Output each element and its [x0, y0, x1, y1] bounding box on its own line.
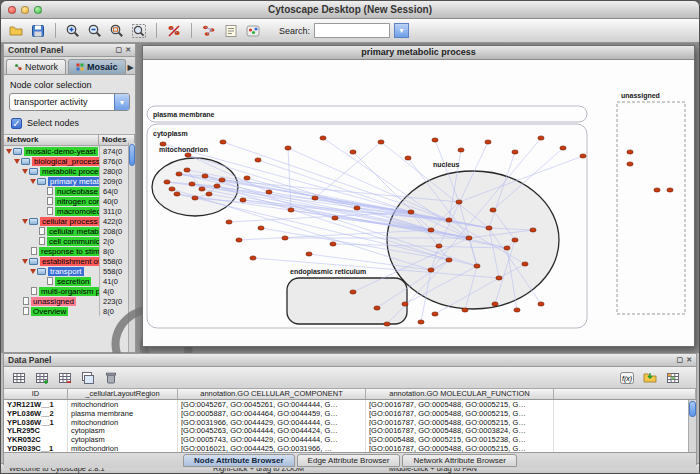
table-cell[interactable]: plasma membrane — [68, 409, 178, 418]
function-builder-button[interactable]: f(x) — [617, 368, 637, 388]
network-node[interactable] — [226, 220, 232, 224]
table-cell[interactable]: [GO:0016787, GO:0005488, GO:0005215, G… — [366, 418, 554, 427]
network-node[interactable] — [350, 290, 356, 294]
network-node[interactable] — [504, 246, 510, 250]
panel-float-icon[interactable]: ▢ — [116, 46, 123, 54]
network-node[interactable] — [530, 228, 536, 232]
tree-row[interactable]: primary metabo…209(0 — [4, 176, 135, 186]
zoom-out-button[interactable] — [85, 21, 105, 41]
table-row[interactable]: YLR295Ccytoplasm[GO:0045263, GO:0044444,… — [4, 426, 696, 435]
table-cell[interactable]: [GO:0031966, GO:0044429, GO:0044444, G… — [178, 418, 366, 427]
tree-row[interactable]: secretion41(0 — [4, 276, 135, 286]
tree-row[interactable]: metabolic process280(0 — [4, 166, 135, 176]
network-node[interactable] — [627, 150, 633, 154]
table-cell[interactable]: mitochondrion — [68, 400, 178, 409]
network-node[interactable] — [185, 153, 191, 157]
tree-row[interactable]: Overview8(0 — [4, 306, 135, 316]
node-color-dropdown[interactable]: transporter activity ▼ — [9, 93, 130, 111]
tree-row[interactable]: nucleobase…64(0 — [4, 186, 135, 196]
network-node[interactable] — [199, 187, 205, 191]
table-cell[interactable]: YLR295C — [4, 426, 68, 435]
network-node[interactable] — [428, 268, 434, 272]
annotation-button[interactable] — [221, 21, 241, 41]
network-node[interactable] — [538, 302, 544, 306]
network-node[interactable] — [306, 252, 312, 256]
network-node[interactable] — [432, 312, 438, 316]
network-node[interactable] — [458, 148, 464, 152]
network-frame-titlebar[interactable]: primary metabolic process — [143, 46, 694, 60]
network-node[interactable] — [486, 226, 492, 230]
network-node[interactable] — [496, 276, 502, 280]
table-cell[interactable]: mitochondrion — [68, 418, 178, 427]
network-node[interactable] — [428, 228, 434, 232]
tab-network[interactable]: Network — [6, 59, 66, 74]
search-input[interactable] — [314, 23, 390, 38]
tree-row[interactable]: multi-organism pr…4(0 — [4, 286, 135, 296]
network-node[interactable] — [285, 146, 291, 150]
network-canvas[interactable]: plasma membrane cytoplasm mitochondrion … — [143, 60, 694, 346]
network-node[interactable] — [627, 162, 633, 166]
network-node[interactable] — [320, 136, 326, 140]
tree-expander-icon[interactable] — [22, 259, 28, 264]
network-node[interactable] — [250, 256, 256, 260]
network-node[interactable] — [538, 136, 544, 140]
network-node[interactable] — [456, 200, 462, 204]
table-cell[interactable]: [GO:0016787, GO:0005488, GO:0005215, G… — [366, 444, 554, 453]
tab-network-attribute-browser[interactable]: Network Attribute Browser — [402, 454, 516, 467]
network-node[interactable] — [466, 236, 472, 240]
network-node[interactable] — [462, 308, 468, 312]
tab-mosaic[interactable]: Mosaic — [68, 59, 126, 74]
network-node[interactable] — [418, 320, 424, 324]
network-node[interactable] — [474, 264, 480, 268]
network-node[interactable] — [174, 192, 180, 196]
network-node[interactable] — [288, 208, 294, 212]
network-node[interactable] — [667, 188, 673, 192]
table-cell[interactable]: [GO:0005488, GO:0005215, GO:0015238, G… — [366, 435, 554, 444]
network-node[interactable] — [202, 174, 208, 178]
network-node[interactable] — [512, 238, 518, 242]
network-node[interactable] — [219, 178, 225, 182]
vizmapper-button[interactable] — [243, 21, 263, 41]
network-node[interactable] — [258, 226, 264, 230]
network-node[interactable] — [312, 196, 318, 200]
table-cell[interactable]: YJR121W__1 — [4, 400, 68, 409]
new-network-from-selection-button[interactable] — [199, 21, 219, 41]
tree-expander-icon[interactable] — [30, 269, 36, 274]
tree-row[interactable]: cellular metabo…208(0 — [4, 226, 135, 236]
network-node[interactable] — [214, 184, 220, 188]
tree-row[interactable]: transport558(0 — [4, 266, 135, 276]
table-row[interactable]: YJR121W__1mitochondrion[GO:0045267, GO:0… — [4, 400, 696, 409]
import-attributes-button[interactable] — [640, 368, 660, 388]
zoom-in-button[interactable] — [63, 21, 83, 41]
network-node[interactable] — [176, 172, 182, 176]
table-row[interactable]: YKR052Ccytoplasm[GO:0005743, GO:0044429,… — [4, 435, 696, 444]
network-node[interactable] — [330, 242, 336, 246]
tab-overflow-arrow-icon[interactable]: ▶ — [128, 63, 136, 74]
network-node[interactable] — [512, 150, 518, 154]
network-node[interactable] — [492, 302, 498, 306]
network-node[interactable] — [350, 150, 356, 154]
network-node[interactable] — [485, 140, 491, 144]
zoom-selected-region-button[interactable] — [107, 21, 127, 41]
table-cell[interactable]: [GO:0045267, GO:0045261, GO:0044444, G… — [178, 400, 366, 409]
network-node[interactable] — [189, 182, 195, 186]
tree-expander-icon[interactable] — [14, 159, 20, 164]
network-node[interactable] — [236, 238, 242, 242]
network-node[interactable] — [446, 218, 452, 222]
network-node[interactable] — [266, 190, 272, 194]
table-cell[interactable]: [GO:0016021, GO:0044425, GO:0031966, … — [178, 444, 366, 453]
tree-row[interactable]: cell communica…2(0 — [4, 236, 135, 246]
select-attributes-button[interactable] — [9, 368, 29, 388]
tree-row[interactable]: mosaic-demo-yeast874(0 — [4, 146, 135, 156]
dropdown-arrow-icon[interactable]: ▼ — [114, 94, 129, 110]
attribute-table[interactable]: ID_cellularLayoutRegionannotation.GO CEL… — [4, 389, 696, 453]
save-session-button[interactable] — [28, 21, 48, 41]
table-cell[interactable]: [GO:0005743, GO:0044429, GO:0044444, G… — [178, 435, 366, 444]
network-node[interactable] — [560, 146, 566, 150]
tree-scrollbar[interactable] — [128, 143, 135, 352]
network-node[interactable] — [490, 208, 496, 212]
zoom-fit-button[interactable] — [129, 21, 149, 41]
network-node[interactable] — [384, 322, 390, 326]
hide-selected-button[interactable] — [164, 21, 184, 41]
table-column-header[interactable]: annotation.GO CELLULAR_COMPONENT — [178, 389, 366, 400]
